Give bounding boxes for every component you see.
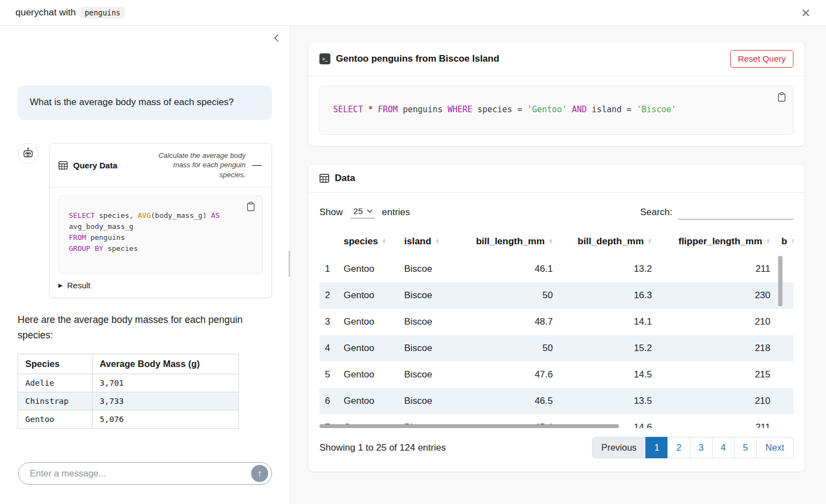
table-cell: Gentoo xyxy=(338,335,399,361)
search-input[interactable] xyxy=(678,205,794,220)
table-cell: Gentoo xyxy=(338,256,399,282)
search-control: Search: xyxy=(640,205,794,220)
column-header-island[interactable]: island▲▼ xyxy=(399,233,465,256)
data-card-body: Show 25 entries Search: xyxy=(308,193,805,472)
chat-input-bar: ↑ xyxy=(18,462,272,485)
chat-sidebar: What is the average body mass of each sp… xyxy=(0,26,290,504)
chat-sql-block: SELECT species, AVG(body_mass_g) AS avg_… xyxy=(58,195,263,273)
sort-icon: ▲▼ xyxy=(648,239,652,244)
table-cell: 13.2 xyxy=(558,256,657,282)
table-cell: 230 xyxy=(657,282,776,309)
table-row: 3GentooBiscoe48.714.1210 xyxy=(319,309,794,335)
horizontal-scrollbar[interactable] xyxy=(319,424,619,428)
summary-cell: Chinstrap xyxy=(18,392,93,410)
column-header-bill_length_mm[interactable]: bill_length_mm▲▼ xyxy=(465,233,558,256)
current-query-card-header: >_ Gentoo penguins from Biscoe Island Re… xyxy=(308,42,805,76)
column-header-b[interactable]: b▲▼ xyxy=(776,233,794,256)
close-icon[interactable]: ✕ xyxy=(801,7,811,19)
summary-cell: 5,076 xyxy=(93,410,239,429)
copy-icon[interactable] xyxy=(777,92,786,102)
chat-message-input[interactable] xyxy=(30,468,251,479)
panel-resize-handle[interactable] xyxy=(289,250,290,277)
table-cell: Gentoo xyxy=(338,388,399,414)
table-cell: Biscoe xyxy=(399,388,465,414)
entries-info: Showing 1 to 25 of 124 entries xyxy=(319,442,446,453)
up-arrow-icon: ↑ xyxy=(257,468,262,479)
species-summary-table: SpeciesAverage Body Mass (g) Adelie3,701… xyxy=(18,354,239,429)
assistant-answer-text: Here are the average body masses for eac… xyxy=(18,312,243,344)
table-cell: 4 xyxy=(319,335,338,361)
main-sql-code: SELECT * FROM penguins WHERE species = '… xyxy=(333,105,780,114)
chevron-down-icon xyxy=(367,209,373,213)
table-cell: 3 xyxy=(319,309,338,335)
pagination-page-4[interactable]: 4 xyxy=(712,437,735,458)
summary-table-row: Chinstrap3,733 xyxy=(18,392,239,410)
pagination-next[interactable]: Next xyxy=(756,437,794,458)
pagination-previous[interactable]: Previous xyxy=(592,437,646,458)
table-cell xyxy=(776,361,794,388)
column-header-flipper_length_mm[interactable]: flipper_length_mm▲▼ xyxy=(657,233,776,256)
page-size-select[interactable]: 25 xyxy=(352,206,367,216)
robot-icon xyxy=(21,147,35,160)
table-cell: 46.5 xyxy=(465,388,558,414)
table-cell: 5 xyxy=(319,361,338,388)
reset-query-button[interactable]: Reset Query xyxy=(730,50,794,68)
table-cell: Gentoo xyxy=(338,309,399,335)
summary-column-header: Average Body Mass (g) xyxy=(93,354,239,374)
chevron-left-icon xyxy=(272,34,281,42)
summary-cell: 3,701 xyxy=(93,374,239,392)
column-header-species[interactable]: species▲▼ xyxy=(338,233,399,256)
table-row: 1GentooBiscoe46.113.2211 xyxy=(319,256,794,282)
summary-cell: Gentoo xyxy=(18,410,93,429)
table-cell: 16.3 xyxy=(558,282,657,309)
table-row: 2GentooBiscoe5016.3230 xyxy=(319,282,794,309)
current-query-card-body: SELECT * FROM penguins WHERE species = '… xyxy=(308,76,805,146)
sort-icon: ▲▼ xyxy=(766,239,770,244)
pagination-page-5[interactable]: 5 xyxy=(734,437,757,458)
table-cell xyxy=(776,388,794,414)
table-cell: 13.5 xyxy=(558,388,657,414)
copy-icon[interactable] xyxy=(246,201,256,212)
pagination-page-3[interactable]: 3 xyxy=(690,437,713,458)
search-label: Search: xyxy=(640,207,672,218)
query-data-card: Query Data Calculate the average body ma… xyxy=(49,143,272,298)
table-icon xyxy=(58,161,68,170)
table-cell: Biscoe xyxy=(399,361,465,388)
avatar xyxy=(18,143,39,164)
table-cell xyxy=(776,309,794,335)
details-marker-icon: ▶ xyxy=(58,282,63,288)
table-cell xyxy=(776,335,794,361)
result-details-toggle[interactable]: ▶ Result xyxy=(58,281,263,290)
datatable-footer: Showing 1 to 25 of 124 entries Previous1… xyxy=(319,437,794,461)
sidebar-collapse-icon[interactable] xyxy=(272,34,281,42)
table-cell: 211 xyxy=(657,256,776,282)
user-message: What is the average body mass of each sp… xyxy=(18,85,272,120)
data-table-header-row: species▲▼island▲▼bill_length_mm▲▼bill_de… xyxy=(319,233,794,256)
table-cell: Gentoo xyxy=(338,282,399,309)
table-row: 4GentooBiscoe5015.2218 xyxy=(319,335,794,361)
table-cell: 46.1 xyxy=(465,256,558,282)
table-cell: 210 xyxy=(657,309,776,335)
result-label: Result xyxy=(67,281,91,290)
pagination-page-1[interactable]: 1 xyxy=(645,437,668,458)
pagination-page-2[interactable]: 2 xyxy=(667,437,690,458)
sort-icon: ▲▼ xyxy=(435,239,439,244)
pagination: Previous12345Next xyxy=(592,437,794,458)
table-cell: Biscoe xyxy=(399,256,465,282)
summary-table-row: Adelie3,701 xyxy=(18,374,239,392)
collapse-card-icon[interactable]: — xyxy=(251,160,263,171)
page-size-select-wrap: 25 xyxy=(350,206,375,218)
table-cell: 210 xyxy=(657,388,776,414)
send-button[interactable]: ↑ xyxy=(251,465,268,482)
table-cell: Gentoo xyxy=(338,361,399,388)
summary-table-header-row: SpeciesAverage Body Mass (g) xyxy=(18,354,239,374)
query-data-card-body: SELECT species, AVG(body_mass_g) AS avg_… xyxy=(50,188,271,298)
datatable-controls: Show 25 entries Search: xyxy=(319,202,794,220)
table-cell: 50 xyxy=(465,335,558,361)
current-query-card: >_ Gentoo penguins from Biscoe Island Re… xyxy=(308,41,805,146)
main-sql-block: SELECT * FROM penguins WHERE species = '… xyxy=(319,86,794,135)
query-title: Gentoo penguins from Biscoe Island xyxy=(336,53,499,64)
show-label: Show xyxy=(319,207,343,218)
vertical-scrollbar[interactable] xyxy=(778,256,782,306)
column-header-bill_depth_mm[interactable]: bill_depth_mm▲▼ xyxy=(558,233,657,256)
